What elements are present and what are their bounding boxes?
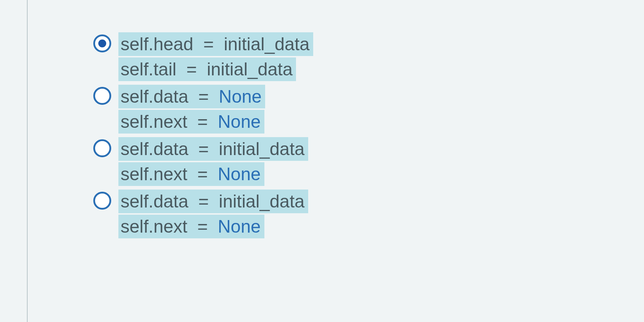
code-text: self.data = — [121, 87, 219, 107]
code-value: None — [218, 216, 261, 237]
code-text: self.data = — [121, 191, 219, 211]
radio-option-3[interactable] — [93, 139, 111, 157]
code-text: self.head = — [121, 34, 224, 54]
code-line: self.data = None — [118, 85, 265, 108]
code-block-4: self.data = initial_data self.next = Non… — [118, 190, 308, 240]
code-value: initial_data — [219, 139, 305, 159]
code-text: self.tail = — [121, 59, 207, 79]
radio-option-1[interactable] — [93, 34, 111, 52]
code-line: self.data = initial_data — [118, 190, 308, 213]
code-value: None — [218, 164, 261, 184]
code-text: self.next = — [121, 216, 218, 237]
options-list: self.head = initial_data self.tail = ini… — [93, 32, 313, 242]
code-text: self.data = — [121, 139, 219, 159]
radio-option-2[interactable] — [93, 87, 111, 105]
code-text: self.next = — [121, 164, 218, 184]
code-line: self.next = None — [118, 215, 264, 238]
code-line: self.next = None — [118, 110, 264, 134]
code-line: self.data = initial_data — [118, 137, 308, 161]
code-text: self.next = — [121, 112, 218, 132]
option-2: self.data = None self.next = None — [93, 85, 313, 135]
code-block-3: self.data = initial_data self.next = Non… — [118, 137, 308, 187]
option-4: self.data = initial_data self.next = Non… — [93, 190, 313, 240]
code-value: None — [219, 87, 262, 107]
code-block-2: self.data = None self.next = None — [118, 85, 265, 135]
radio-option-4[interactable] — [93, 192, 111, 210]
option-3: self.data = initial_data self.next = Non… — [93, 137, 313, 187]
option-1: self.head = initial_data self.tail = ini… — [93, 32, 313, 83]
code-value: initial_data — [224, 34, 310, 54]
code-value: initial_data — [219, 191, 305, 211]
code-line: self.head = initial_data — [118, 32, 313, 56]
sidebar-divider — [27, 0, 28, 322]
code-value: initial_data — [207, 59, 292, 79]
code-block-1: self.head = initial_data self.tail = ini… — [118, 32, 313, 83]
code-value: None — [218, 112, 261, 132]
code-line: self.tail = initial_data — [118, 57, 296, 81]
code-line: self.next = None — [118, 162, 264, 186]
